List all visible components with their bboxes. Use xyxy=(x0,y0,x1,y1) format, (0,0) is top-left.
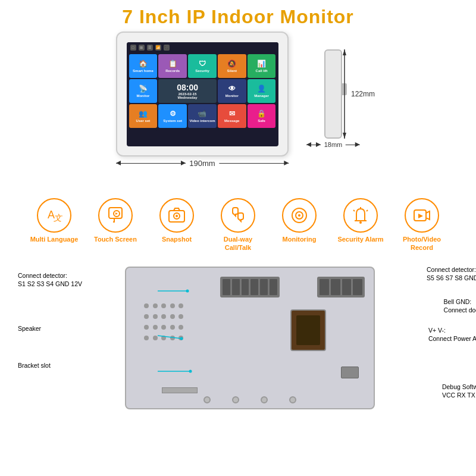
anno-right-5: Debug Software:VCC RX TX GND xyxy=(442,383,476,400)
clock-day: Wednesday xyxy=(177,96,197,99)
page-title: 7 Inch IP Indoor Monitor xyxy=(0,0,476,32)
terminal-b2-2 xyxy=(331,279,340,295)
tile-monitor2-icon: 👁 xyxy=(228,84,236,93)
monitor-front: □ ⊞ ☰ 📶 📞 🏠 Smart home 📋 Reco xyxy=(116,32,289,168)
tile-calllift: 📊 Call lift xyxy=(248,54,276,78)
feature-photovideorecord: Photo/Video Record xyxy=(394,198,450,252)
feature-snapshot-label: Snapshot xyxy=(162,235,192,243)
feature-monitoring-label: Monitoring xyxy=(283,235,317,243)
tile-silent: 🔕 Silent xyxy=(218,54,246,78)
sp-dot xyxy=(178,314,183,319)
tile-message-icon: ✉ xyxy=(229,109,235,118)
tile-userset-icon: 👥 xyxy=(139,109,148,118)
svg-line-16 xyxy=(353,210,355,211)
tile-videointercom-label: Video intercom xyxy=(189,119,215,123)
feature-touchscreen: Touch Screen xyxy=(87,198,144,243)
tile-empty xyxy=(129,129,158,146)
svg-point-14 xyxy=(359,221,362,224)
feature-multilanguage-icon: A 文 xyxy=(37,198,71,233)
anno-left-1-text: Connect detector:S1 S2 S3 S4 GND 12V xyxy=(18,271,82,289)
anno-right-3: V+ V-:Connect Power Adpter xyxy=(428,326,476,343)
feature-snapshot-icon xyxy=(159,198,194,233)
svg-marker-19 xyxy=(418,214,423,218)
monitor-screen: □ ⊞ ☰ 📶 📞 🏠 Smart home 📋 Reco xyxy=(127,42,278,146)
anno-left-1: Connect detector:S1 S2 S3 S4 GND 12V xyxy=(18,271,82,289)
feature-photovideorecord-label: Photo/Video Record xyxy=(394,235,450,252)
height-arrow-svg xyxy=(340,49,349,139)
left-annotations: Connect detector:S1 S2 S3 S4 GND 12V Spe… xyxy=(12,261,125,428)
monitor-outer: □ ⊞ ☰ 📶 📞 🏠 Smart home 📋 Reco xyxy=(116,32,289,156)
terminal-b2-1 xyxy=(320,279,329,295)
feature-photovideorecord-icon xyxy=(405,198,439,233)
feature-dualway-label: Dual-way Call/Talk xyxy=(210,235,267,252)
monitor-side: 122mm 18mm xyxy=(306,49,360,148)
bracket-slot xyxy=(162,387,198,393)
sp-dot xyxy=(178,325,183,330)
anno-right-2-detail: Connect doorbell xyxy=(444,306,476,314)
sp-dot xyxy=(144,314,149,319)
tile-monitor2-label: Monitor xyxy=(226,94,239,98)
screen-icon-1: □ xyxy=(130,45,136,51)
top-section: □ ⊞ ☰ 📶 📞 🏠 Smart home 📋 Reco xyxy=(0,32,476,192)
mount-hole-2 xyxy=(232,396,239,403)
multilanguage-svg: A 文 xyxy=(45,206,63,224)
tile-userset-label: User set xyxy=(136,119,151,123)
terminal-b2-3 xyxy=(342,279,352,295)
terminal-block-2 xyxy=(317,277,365,298)
anno-right-5-text: Debug Software:VCC RX TX GND xyxy=(442,383,476,400)
anno-left-3: Bracket slot xyxy=(18,362,51,369)
back-panel-wrapper xyxy=(125,261,375,428)
tile-smarthome-icon: 🏠 xyxy=(139,60,148,68)
screen-status-icons: □ ⊞ ☰ 📶 📞 xyxy=(130,45,170,51)
anno-left-2: Speaker xyxy=(18,325,41,332)
touchscreen-svg xyxy=(107,206,124,224)
screen-icon-2: ⊞ xyxy=(139,45,145,51)
terminal-1 xyxy=(223,279,230,295)
screen-topbar: □ ⊞ ☰ 📶 📞 xyxy=(127,42,278,53)
svg-text:文: 文 xyxy=(54,213,63,223)
anno-right-1-pins: S5 S6 S7 S8 GND 12V xyxy=(427,274,476,281)
width-dimension: 190mm xyxy=(116,159,289,168)
sp-dot xyxy=(170,325,175,330)
anno-right-3-text: V+ V-:Connect Power Adpter xyxy=(428,326,476,343)
anno-left-2-text: Speaker xyxy=(18,325,41,332)
back-device xyxy=(125,267,375,409)
anno-right-2-text: Bell GND:Connect doorbell xyxy=(444,298,476,315)
tile-security-label: Security xyxy=(195,69,209,73)
sp-dot xyxy=(178,336,183,340)
clock-time: 08:00 xyxy=(177,83,198,92)
terminal-b2-4 xyxy=(353,279,362,295)
tile-security: 🛡 Security xyxy=(188,54,217,78)
sp-dot xyxy=(153,336,158,340)
tile-smarthome-label: Smart home xyxy=(133,69,154,73)
tile-silent-label: Silent xyxy=(227,69,237,73)
tile-monitor2: 👁 Monitor xyxy=(218,79,246,103)
circuit-module xyxy=(290,309,326,351)
features-section: A 文 Multi Language Touch Screen Sn xyxy=(0,192,476,256)
anno-left-3-text: Bracket slot xyxy=(18,362,51,369)
sp-dot xyxy=(144,336,149,340)
tile-clock: 08:00 2023-02-15 Wednesday xyxy=(158,79,217,103)
feature-securityalarm: Security Alarm xyxy=(333,198,389,243)
sp-dot xyxy=(170,336,175,340)
feature-monitoring-icon xyxy=(282,198,317,233)
tile-systemset: ⚙ System set xyxy=(158,104,187,128)
width-label: 190mm xyxy=(186,159,218,168)
speaker-grill xyxy=(144,303,186,345)
snapshot-svg xyxy=(168,206,186,224)
tile-security-icon: 🛡 xyxy=(199,60,206,68)
anno-right-1-text: Connect detector:S5 S6 S7 S8 GND 12V xyxy=(427,265,476,283)
width-line-r xyxy=(219,163,289,164)
feature-dualway-icon xyxy=(221,198,255,233)
tile-message: ✉ Message xyxy=(218,104,246,128)
sp-dot xyxy=(161,314,166,319)
tile-userset: 👥 User set xyxy=(129,104,158,128)
terminal-3 xyxy=(242,279,249,295)
sp-dot xyxy=(161,336,166,340)
feature-multilanguage-label: Multi Language xyxy=(30,235,79,243)
svg-marker-1 xyxy=(343,49,346,55)
screen-icon-3: ☰ xyxy=(147,45,153,51)
tile-records-icon: 📋 xyxy=(168,60,177,68)
tile-manager-label: Manager xyxy=(254,94,269,98)
sp-dot xyxy=(178,303,183,308)
